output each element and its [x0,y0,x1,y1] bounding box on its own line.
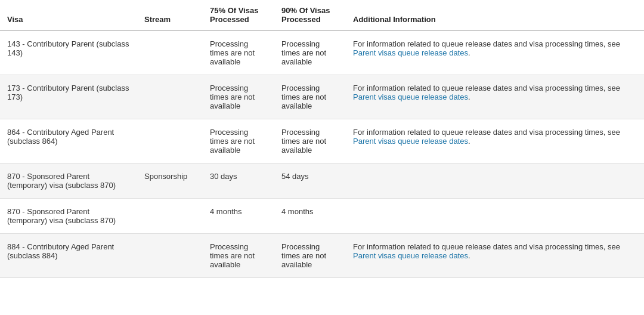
info-text: For information related to queue release… [353,128,620,137]
info-text: For information related to queue release… [353,242,620,251]
cell-pct75: Processing times are not available [203,30,274,75]
cell-pct75: 30 days [203,163,274,199]
cell-pct90: 54 days [274,163,346,199]
table-row: 870 - Sponsored Parent (temporary) visa … [0,199,644,234]
cell-visa: 870 - Sponsored Parent (temporary) visa … [0,163,137,199]
header-info: Additional Information [346,0,644,30]
cell-info [346,163,644,199]
cell-stream [137,234,203,278]
cell-visa: 884 - Contributory Aged Parent (subclass… [0,234,137,278]
cell-pct75: Processing times are not available [203,119,274,163]
cell-stream [137,119,203,163]
cell-info [346,199,644,234]
cell-pct75: Processing times are not available [203,75,274,119]
table-header-row: Visa Stream 75% Of Visas Processed 90% O… [0,0,644,30]
cell-pct90: Processing times are not available [274,119,346,163]
cell-pct75: Processing times are not available [203,234,274,278]
cell-info: For information related to queue release… [346,119,644,163]
info-link[interactable]: Parent visas queue release dates [353,92,468,101]
header-stream: Stream [137,0,203,30]
cell-visa: 864 - Contributory Aged Parent (subclass… [0,119,137,163]
cell-visa: 143 - Contributory Parent (subclass 143) [0,30,137,75]
header-visa: Visa [0,0,137,30]
cell-pct75: 4 months [203,199,274,234]
info-link[interactable]: Parent visas queue release dates [353,251,468,260]
info-link[interactable]: Parent visas queue release dates [353,48,468,57]
cell-pct90: Processing times are not available [274,30,346,75]
cell-stream [137,75,203,119]
info-text: For information related to queue release… [353,84,620,92]
cell-pct90: Processing times are not available [274,234,346,278]
table-row: 870 - Sponsored Parent (temporary) visa … [0,163,644,199]
cell-info: For information related to queue release… [346,30,644,75]
cell-visa: 870 - Sponsored Parent (temporary) visa … [0,199,137,234]
cell-pct90: Processing times are not available [274,75,346,119]
cell-stream: Sponsorship [137,163,203,199]
cell-info: For information related to queue release… [346,234,644,278]
cell-info: For information related to queue release… [346,75,644,119]
cell-stream [137,30,203,75]
cell-pct90: 4 months [274,199,346,234]
cell-stream [137,199,203,234]
cell-visa: 173 - Contributory Parent (subclass 173) [0,75,137,119]
info-text: For information related to queue release… [353,39,620,48]
table-row: 864 - Contributory Aged Parent (subclass… [0,119,644,163]
table-row: 143 - Contributory Parent (subclass 143)… [0,30,644,75]
visa-processing-table: Visa Stream 75% Of Visas Processed 90% O… [0,0,644,278]
info-link[interactable]: Parent visas queue release dates [353,137,468,146]
table-row: 884 - Contributory Aged Parent (subclass… [0,234,644,278]
header-pct75: 75% Of Visas Processed [203,0,274,30]
table-row: 173 - Contributory Parent (subclass 173)… [0,75,644,119]
header-pct90: 90% Of Visas Processed [274,0,346,30]
